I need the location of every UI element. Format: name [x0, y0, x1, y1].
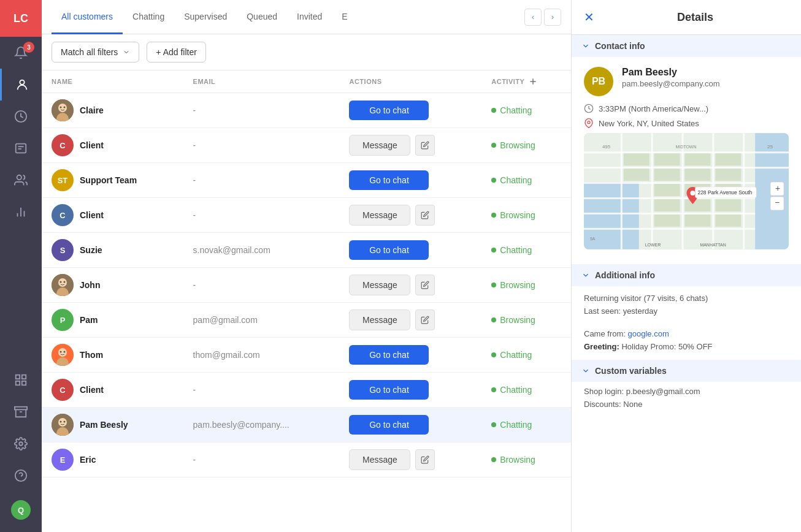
svg-rect-12 [22, 381, 26, 385]
chevron-down-icon-2 [581, 271, 590, 279]
tab-next-button[interactable]: › [544, 9, 561, 26]
customers-table-container: NAME EMAIL ACTIONS ACTIVITY [42, 70, 571, 532]
customer-action-cell: Go to chat [339, 373, 481, 408]
contact-location: New York, NY, United States [599, 119, 699, 128]
customer-action-cell: Message [339, 198, 481, 233]
go-to-chat-button[interactable]: Go to chat [349, 240, 429, 260]
contact-info-section-header[interactable]: Contact info [572, 35, 801, 57]
edit-chat-button[interactable] [415, 135, 435, 156]
customer-email-cell: pam.beesly@company.... [183, 408, 340, 443]
customer-activity-cell: Browsing [481, 198, 571, 233]
customer-action-cell: Message [339, 128, 481, 163]
go-to-chat-button[interactable]: Go to chat [349, 415, 429, 435]
edit-chat-button[interactable] [415, 275, 435, 295]
table-row[interactable]: C Client - Message Browsing [42, 198, 571, 233]
go-to-chat-button[interactable]: Go to chat [349, 380, 429, 400]
table-row[interactable]: Claire - Go to chat Chatting [42, 93, 571, 128]
edit-chat-button[interactable] [415, 205, 435, 226]
svg-rect-53 [682, 133, 684, 249]
table-row[interactable]: E Eric - Message Browsing [42, 443, 571, 477]
customer-email-cell: - [183, 373, 340, 408]
svg-point-36 [58, 418, 67, 427]
tab-chatting[interactable]: Chatting [123, 0, 174, 34]
customer-action-cell: Message [339, 303, 481, 338]
match-filter-dropdown[interactable]: Match all filters [52, 42, 139, 63]
table-row[interactable]: S Suzie s.novak@gmail.com Go to chat Cha… [42, 233, 571, 268]
svg-text:495: 495 [602, 144, 611, 150]
filter-bar: Match all filters + Add filter [42, 34, 571, 70]
tab-invited[interactable]: Invited [287, 0, 332, 34]
customer-email-cell: - [183, 93, 340, 128]
message-button[interactable]: Message [349, 205, 410, 226]
sidebar-icon-team[interactable] [0, 164, 42, 196]
sidebar-icon-apps[interactable] [0, 364, 42, 396]
customer-action-cell: Go to chat [339, 233, 481, 268]
tab-e[interactable]: E [332, 0, 357, 34]
sidebar-icon-user-profile[interactable]: Q [0, 494, 42, 526]
customer-email-cell: - [183, 198, 340, 233]
add-column-icon[interactable] [528, 77, 538, 86]
add-filter-button[interactable]: + Add filter [147, 42, 206, 63]
svg-rect-63 [715, 169, 741, 181]
svg-text:−: − [775, 197, 780, 207]
svg-rect-67 [685, 199, 711, 211]
sidebar-icon-history[interactable] [0, 101, 42, 132]
customer-activity-cell: Chatting [481, 93, 571, 128]
came-from-link[interactable]: google.com [628, 329, 669, 338]
table-row[interactable]: C Client - Go to chat Chatting [42, 373, 571, 408]
edit-chat-button[interactable] [415, 310, 435, 330]
svg-rect-71 [685, 215, 711, 227]
additional-info-content: Returning visitor (77 visits, 6 chats) L… [572, 286, 801, 360]
table-row[interactable]: C Client - Message Browsing [42, 128, 571, 163]
svg-rect-72 [715, 215, 741, 227]
svg-rect-58 [654, 153, 680, 165]
tab-supervised[interactable]: Supervised [174, 0, 237, 34]
sidebar-icon-notifications[interactable]: 3 [0, 37, 42, 69]
message-button[interactable]: Message [349, 449, 410, 470]
customer-action-cell: Go to chat [339, 338, 481, 373]
table-row[interactable]: John - Message Browsing [42, 268, 571, 303]
table-row[interactable]: Thom thom@gmail.com Go to chat Chatting [42, 338, 571, 373]
svg-rect-56 [624, 153, 650, 165]
sidebar-icon-reports[interactable] [0, 196, 42, 228]
customer-email-cell: thom@gmail.com [183, 338, 340, 373]
sidebar-icon-archive[interactable] [0, 396, 42, 428]
contact-time-row: 3:33PM (North America/New...) [584, 104, 789, 113]
table-row[interactable]: Pam Beesly pam.beesly@company.... Go to … [42, 408, 571, 443]
svg-rect-60 [685, 153, 711, 165]
panel-header: ✕ Details [572, 0, 801, 35]
sidebar-icon-help[interactable] [0, 460, 42, 492]
svg-point-23 [60, 107, 62, 108]
close-panel-button[interactable]: ✕ [584, 10, 594, 25]
table-row[interactable]: ST Support Team - Go to chat Chatting [42, 163, 571, 198]
svg-point-41 [588, 121, 590, 124]
message-button[interactable]: Message [349, 135, 410, 156]
customer-action-cell: Message [339, 443, 481, 477]
sidebar-icon-customers[interactable] [0, 69, 42, 101]
svg-rect-64 [654, 184, 680, 196]
svg-point-33 [60, 351, 62, 353]
go-to-chat-button[interactable]: Go to chat [349, 101, 429, 120]
custom-variables-section-header[interactable]: Custom variables [572, 360, 801, 382]
sidebar-icon-settings[interactable] [0, 428, 42, 460]
customer-name-cell: C Client [42, 128, 183, 163]
customer-name-cell: C Client [42, 198, 183, 233]
message-button[interactable]: Message [349, 275, 410, 295]
table-row[interactable]: P Pam pam@gmail.com Message Browsing [42, 303, 571, 338]
go-to-chat-button[interactable]: Go to chat [349, 170, 429, 190]
svg-point-28 [60, 281, 62, 283]
edit-chat-button[interactable] [415, 449, 435, 470]
go-to-chat-button[interactable]: Go to chat [349, 345, 429, 365]
message-button[interactable]: Message [349, 310, 410, 330]
shop-login-row: Shop login: p.beesly@gmail.com [584, 387, 789, 396]
col-header-activity: ACTIVITY [481, 70, 571, 93]
details-panel: ✕ Details Contact info PB Pam Beesly pam… [571, 0, 801, 532]
customer-name-cell: Claire [42, 93, 183, 128]
sidebar-icon-tickets[interactable] [0, 132, 42, 164]
tab-prev-button[interactable]: ‹ [524, 9, 542, 26]
customer-action-cell: Go to chat [339, 93, 481, 128]
tab-queued[interactable]: Queued [237, 0, 287, 34]
tab-all-customers[interactable]: All customers [52, 0, 123, 34]
additional-info-section-header[interactable]: Additional info [572, 264, 801, 286]
customer-activity-cell: Chatting [481, 373, 571, 408]
